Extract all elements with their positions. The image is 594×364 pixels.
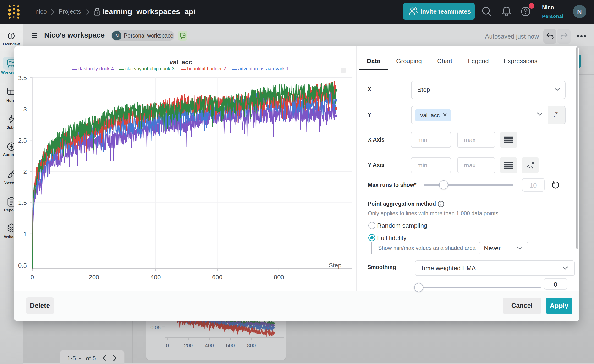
svg-text:3.5: 3.5 xyxy=(18,74,27,81)
svg-text:1.5: 1.5 xyxy=(18,199,27,206)
svg-text:200: 200 xyxy=(184,343,193,349)
svg-text:3: 3 xyxy=(23,106,27,113)
svg-text:1: 1 xyxy=(23,230,27,238)
svg-text:600: 600 xyxy=(212,274,223,281)
svg-text:0.5: 0.5 xyxy=(18,262,27,269)
svg-text:400: 400 xyxy=(205,343,214,349)
svg-text:0: 0 xyxy=(166,343,169,349)
svg-text:0.05: 0.05 xyxy=(150,324,161,330)
svg-text:600: 600 xyxy=(226,343,235,349)
svg-text:800: 800 xyxy=(274,274,284,281)
svg-text:400: 400 xyxy=(150,274,161,281)
svg-text:2.5: 2.5 xyxy=(18,137,27,144)
svg-text:Step: Step xyxy=(329,262,342,269)
svg-text:200: 200 xyxy=(89,274,99,281)
svg-text:800: 800 xyxy=(247,343,256,349)
svg-text:0: 0 xyxy=(31,274,34,281)
svg-text:2: 2 xyxy=(23,168,27,175)
